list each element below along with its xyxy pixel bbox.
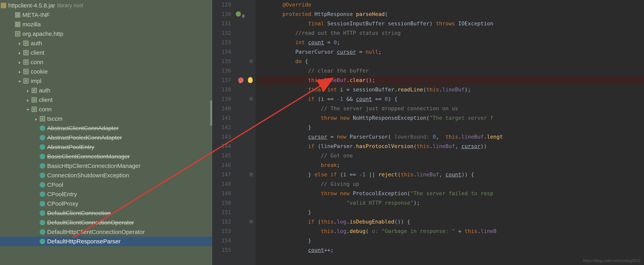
tree-item-label: CPoolEntry (47, 191, 77, 198)
marker-gutter[interactable] (234, 0, 256, 265)
package-icon (32, 88, 37, 93)
code-line[interactable]: } (257, 236, 644, 245)
tree-item[interactable]: BasicClientConnectionManager (0, 152, 212, 161)
tree-item-label: auth (39, 87, 50, 94)
tree-item-label: DefaultHttpResponseParser (47, 238, 121, 245)
package-icon (32, 97, 37, 103)
fold-toggle-icon[interactable] (250, 59, 253, 63)
tree-item[interactable]: org.apache.http (0, 29, 212, 39)
code-line[interactable]: cursor = new ParserCursor( lowerBound: 0… (257, 132, 644, 142)
tree-item[interactable]: AbstractPooledConnAdapter (0, 133, 212, 142)
chevron-down-icon[interactable] (26, 107, 30, 112)
package-icon (32, 107, 37, 112)
code-line[interactable]: // The server just dropped connection on… (257, 104, 644, 113)
chevron-right-icon[interactable] (17, 41, 22, 46)
code-line[interactable]: final SessionInputBuffer sessionBuffer) … (257, 19, 644, 28)
code-line[interactable]: if (lineParser.hasProtocolVersion(this.l… (257, 142, 644, 151)
code-line[interactable]: ParserCursor cursor = null; (257, 47, 644, 57)
jar-icon (1, 3, 6, 8)
tree-item[interactable]: impl (0, 76, 212, 86)
code-line[interactable]: } (257, 208, 644, 217)
chevron-right-icon[interactable] (17, 50, 22, 55)
tree-item[interactable]: DefaultHttpResponseParser (0, 237, 212, 246)
tree-item[interactable]: DefaultClientConnection (0, 208, 212, 218)
line-number: 154 (212, 236, 231, 245)
code-line[interactable]: // Giving up (257, 179, 644, 189)
code-line[interactable]: this.log.debug( o: "Garbage in response:… (257, 226, 644, 236)
code-line[interactable]: final int i = sessionBuffer.readLine(thi… (257, 85, 644, 94)
tree-item-label: conn (31, 59, 44, 66)
class-icon (40, 173, 45, 178)
tree-item-label: ConnectionShutdownException (47, 172, 129, 179)
code-editor[interactable]: 1291301311321331341351361371381391401411… (212, 0, 644, 265)
chevron-right-icon[interactable] (34, 116, 38, 121)
code-line[interactable]: do { (257, 57, 644, 66)
override-icon[interactable] (236, 12, 241, 17)
code-line[interactable]: } else if (i == -1 || reject(this.lineBu… (257, 170, 644, 179)
tree-item[interactable]: client (0, 95, 212, 105)
tree-item[interactable]: CPoolProxy (0, 199, 212, 208)
code-body[interactable]: @Override protected HttpResponse parseHe… (256, 0, 644, 265)
tree-item[interactable]: tsccm (0, 114, 212, 123)
tree-scrollbar[interactable] (210, 100, 212, 126)
fold-toggle-icon[interactable] (250, 220, 253, 223)
tree-item-label: auth (31, 40, 42, 47)
fold-toggle-icon[interactable] (250, 173, 253, 176)
chevron-right-icon[interactable] (26, 98, 30, 102)
chevron-none (34, 135, 38, 140)
line-number: 153 (212, 226, 231, 236)
line-number: 150 (212, 198, 231, 208)
chevron-none (34, 230, 38, 234)
code-line[interactable]: // clear the buffer (257, 66, 644, 76)
tree-item-label: mozilla (22, 21, 41, 28)
code-line[interactable]: if (i == -1 && count == 0) { (257, 94, 644, 104)
line-number: 149 (212, 189, 231, 198)
chevron-down-icon[interactable] (17, 79, 22, 83)
code-line[interactable]: count++; (257, 245, 644, 255)
chevron-none (34, 201, 38, 206)
tree-root[interactable]: httpclient-4.5.8.jar library root (0, 1, 212, 10)
tree-item[interactable]: CPoolEntry (0, 189, 212, 199)
code-line[interactable]: @Override (257, 0, 644, 10)
chevron-none (34, 220, 38, 225)
tree-item[interactable]: auth (0, 86, 212, 95)
tree-item[interactable]: AbstractClientConnAdapter (0, 123, 212, 133)
code-line[interactable]: break; (257, 160, 644, 170)
tree-item[interactable]: cookie (0, 67, 212, 76)
code-line[interactable]: //read out the HTTP status string (257, 28, 644, 38)
class-icon (40, 154, 45, 159)
code-line[interactable]: // Got one (257, 151, 644, 160)
code-line[interactable]: throw new ProtocolException("The server … (257, 189, 644, 198)
tree-item[interactable]: BasicHttpClientConnectionManager (0, 161, 212, 171)
class-icon (40, 144, 45, 150)
chevron-none (34, 126, 38, 131)
chevron-right-icon[interactable] (17, 60, 22, 65)
tree-item[interactable]: CPool (0, 180, 212, 189)
tree-item-label: cookie (31, 68, 48, 75)
code-line[interactable]: "valid HTTP response"); (257, 198, 644, 208)
code-line[interactable]: throw new NoHttpResponseException("The t… (257, 113, 644, 123)
chevron-none (34, 164, 38, 168)
code-line[interactable]: int count = 0; (257, 38, 644, 47)
code-line[interactable]: this.lineBuf.clear(); (257, 76, 644, 85)
chevron-right-icon[interactable] (17, 69, 22, 74)
tree-item[interactable]: AbstractPoolEntry (0, 142, 212, 152)
tree-item[interactable]: META-INF (0, 10, 212, 20)
tree-item[interactable]: DefaultHttpClientConnectionOperator (0, 227, 212, 237)
breakpoint-icon[interactable] (238, 78, 244, 83)
chevron-right-icon[interactable] (26, 88, 30, 93)
tree-item[interactable]: DefaultClientConnectionOperator (0, 218, 212, 227)
tree-item[interactable]: client (0, 48, 212, 57)
code-line[interactable]: } (257, 123, 644, 132)
tree-item[interactable]: auth (0, 39, 212, 48)
tree-item[interactable]: ConnectionShutdownException (0, 171, 212, 180)
code-line[interactable]: if (this.log.isDebugEnabled()) { (257, 217, 644, 226)
intention-bulb-icon[interactable] (248, 77, 253, 83)
folder-icon (15, 12, 20, 18)
tree-item[interactable]: mozilla (0, 20, 212, 29)
code-line[interactable]: protected HttpResponse parseHead( (257, 10, 644, 19)
tree-item[interactable]: conn (0, 105, 212, 114)
tree-item[interactable]: conn (0, 57, 212, 67)
fold-toggle-icon[interactable] (250, 97, 253, 101)
project-tree-panel[interactable]: httpclient-4.5.8.jar library root META-I… (0, 0, 212, 265)
